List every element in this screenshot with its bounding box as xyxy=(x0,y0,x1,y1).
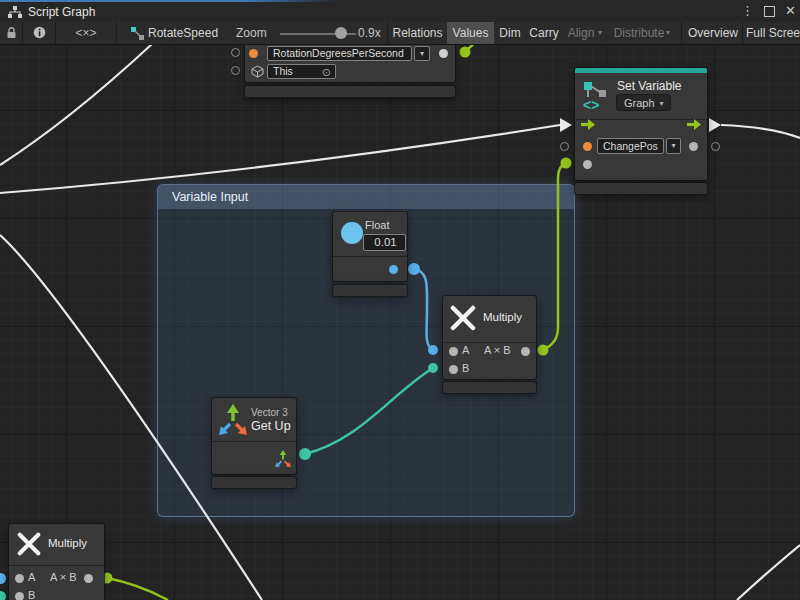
relation-ring xyxy=(560,142,569,151)
set-variable-name-value: ChangePos xyxy=(603,140,658,152)
wire-value-multiply2-out[interactable] xyxy=(107,578,168,600)
port-a-label: A xyxy=(28,571,35,583)
node-get-variable-footer xyxy=(245,86,455,97)
group-variable-input-header[interactable]: Variable Input xyxy=(158,185,574,209)
target-field[interactable]: This ⊙ xyxy=(267,64,336,79)
maximize-icon[interactable] xyxy=(764,6,775,17)
node-type-label: Vector 3 xyxy=(251,407,288,418)
node-float-literal[interactable]: Float 0.01 xyxy=(333,212,407,281)
window-titlebar: Script Graph ⋮ ✕ xyxy=(0,0,800,23)
variable-name-dropdown[interactable]: RotationDegreesPerSecond xyxy=(267,46,412,61)
node-set-variable-footer xyxy=(575,183,707,194)
set-variable-name-caret[interactable]: ▾ xyxy=(666,138,681,154)
port-variable-name[interactable] xyxy=(583,142,592,151)
set-variable-icon: <> xyxy=(583,80,613,112)
wire-arrowhead-in xyxy=(560,118,572,132)
multiply-icon xyxy=(450,305,476,331)
control-input-arrow[interactable] xyxy=(580,118,596,131)
svg-text:<>: <> xyxy=(583,97,599,112)
node-separator xyxy=(443,342,536,343)
wire-end-dot-edge xyxy=(0,591,6,600)
node-set-variable[interactable]: <> Set Variable Graph▾ ChangePos ▾ xyxy=(575,68,707,180)
node-get-variable[interactable]: RotationDegreesPerSecond ▾ This ⊙ xyxy=(245,44,455,82)
gameobject-cube-icon xyxy=(251,65,264,78)
menu-dots-icon[interactable]: ⋮ xyxy=(741,0,754,22)
port-b[interactable] xyxy=(15,592,24,600)
node-multiply-footer xyxy=(443,382,536,393)
chevron-down-icon: ▾ xyxy=(598,22,602,44)
node-accent-strip xyxy=(575,68,707,73)
port-result[interactable] xyxy=(84,574,93,583)
wire-control-left-top[interactable] xyxy=(0,44,152,165)
wire-end-dot xyxy=(460,47,471,58)
port-result[interactable] xyxy=(521,347,530,356)
carry-toggle[interactable]: Carry xyxy=(526,22,562,44)
wire-end-dot-edge xyxy=(0,573,6,584)
port-output-value[interactable] xyxy=(689,142,698,151)
fullscreen-button[interactable]: Full Screen xyxy=(746,22,800,44)
wire-control-out-of-set-variable[interactable] xyxy=(721,125,800,138)
node-separator xyxy=(212,441,296,442)
script-graph-icon xyxy=(8,6,22,19)
align-dropdown[interactable]: Align xyxy=(563,22,599,44)
lock-button[interactable] xyxy=(0,22,22,44)
wire-control-into-set-variable[interactable] xyxy=(0,125,560,193)
set-variable-name-field[interactable]: ChangePos xyxy=(597,138,664,154)
float-value-input[interactable]: 0.01 xyxy=(363,234,406,251)
zoom-value: 0.9x xyxy=(358,22,388,44)
code-icon: <×> xyxy=(75,26,96,40)
chevron-down-icon: ▾ xyxy=(666,22,670,44)
node-title: Set Variable xyxy=(617,79,681,93)
port-a[interactable] xyxy=(15,574,24,583)
port-b-label: B xyxy=(462,362,469,374)
target-field-value: This xyxy=(273,65,293,77)
port-vector3-output-icon[interactable] xyxy=(274,449,292,469)
code-view-button[interactable]: <×> xyxy=(56,22,116,44)
zoom-slider-handle[interactable] xyxy=(335,27,347,39)
object-picker-icon[interactable]: ⊙ xyxy=(322,67,331,78)
graph-canvas[interactable]: Variable Input RotationDegreesPerSecond … xyxy=(0,0,800,600)
close-icon[interactable]: ✕ xyxy=(785,0,796,22)
port-input-value[interactable] xyxy=(583,160,592,169)
node-vector3-footer xyxy=(212,477,296,488)
node-title: Multiply xyxy=(483,311,522,323)
chevron-down-icon: ▾ xyxy=(420,49,424,58)
node-multiply[interactable]: Multiply A A × B B xyxy=(443,296,536,379)
port-b[interactable] xyxy=(449,365,458,374)
values-toggle[interactable]: Values xyxy=(447,22,494,44)
graph-asset-icon xyxy=(131,27,144,40)
float-type-icon xyxy=(341,222,363,244)
port-out-label: A × B xyxy=(484,344,511,356)
chevron-down-icon: ▾ xyxy=(671,141,675,150)
port-float-output[interactable] xyxy=(389,265,398,274)
relation-ring xyxy=(711,142,720,151)
info-button[interactable] xyxy=(23,22,55,44)
relation-ring xyxy=(231,48,240,57)
vector3-icon xyxy=(217,402,249,438)
overview-button[interactable]: Overview xyxy=(684,22,742,44)
port-a[interactable] xyxy=(449,347,458,356)
info-icon xyxy=(33,26,46,39)
tab-script-graph[interactable]: Script Graph xyxy=(0,2,105,22)
port-out-label: A × B xyxy=(50,571,77,583)
variable-name-caret[interactable]: ▾ xyxy=(414,46,430,61)
distribute-dropdown[interactable]: Distribute xyxy=(610,22,668,44)
dim-toggle[interactable]: Dim xyxy=(495,22,525,44)
node-multiply-2[interactable]: Multiply A A × B B xyxy=(9,524,104,600)
variable-kind-dropdown[interactable]: Graph▾ xyxy=(616,94,671,111)
tab-title: Script Graph xyxy=(28,5,95,19)
node-separator xyxy=(9,565,104,566)
port-variable-name[interactable] xyxy=(249,49,258,58)
relations-toggle[interactable]: Relations xyxy=(389,22,446,44)
node-separator xyxy=(333,256,407,257)
port-a-label: A xyxy=(462,344,469,356)
wire-arrowhead-out xyxy=(709,118,721,132)
node-vector3-get-up[interactable]: Vector 3 Get Up xyxy=(212,398,296,474)
control-output-arrow[interactable] xyxy=(686,118,702,131)
port-variable-output[interactable] xyxy=(439,49,448,58)
zoom-label: Zoom xyxy=(236,22,270,44)
multiply-icon xyxy=(17,532,41,556)
group-title: Variable Input xyxy=(172,190,248,204)
wire-control-bottom-right[interactable] xyxy=(737,545,800,600)
graph-name-label[interactable]: RotateSpeed xyxy=(148,22,218,44)
